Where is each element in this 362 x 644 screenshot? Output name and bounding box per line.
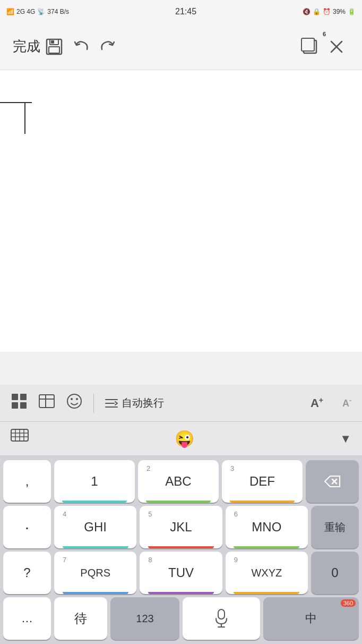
key-wxyz[interactable]: 9 WXYZ xyxy=(226,552,308,594)
toolbar-divider xyxy=(93,394,94,413)
key-mno-label: MNO xyxy=(252,520,281,535)
emoji-face-icon[interactable] xyxy=(66,393,83,413)
keys-row-1: , 1 2 ABC 3 DEF xyxy=(3,460,359,503)
auto-wrap-label: 自动换行 xyxy=(122,396,164,410)
key-tou[interactable]: 待 xyxy=(54,597,107,640)
status-right: 🔇 🔒 ⏰ 39% 🔋 xyxy=(303,8,356,15)
key-dot-label: · xyxy=(25,518,29,536)
key-1[interactable]: 1 xyxy=(54,460,135,503)
key-mno-num: 6 xyxy=(234,510,238,518)
key-wxyz-label: WXYZ xyxy=(251,567,282,579)
keyboard-toolbar: 自动换行 A+ A- xyxy=(0,385,362,422)
keys-row-2: · 4 GHI 5 JKL 6 MNO 重输 xyxy=(3,506,359,548)
svg-rect-9 xyxy=(20,394,27,400)
key-def[interactable]: 3 DEF xyxy=(222,460,303,503)
key-ellipsis-label: … xyxy=(21,612,33,625)
done-button[interactable]: 完成 xyxy=(13,37,40,56)
svg-rect-3 xyxy=(51,40,54,44)
key-abc-num: 2 xyxy=(146,464,150,472)
svg-point-17 xyxy=(76,398,78,400)
key-1-label: 1 xyxy=(91,474,98,489)
signal-icon: 📶 xyxy=(6,8,14,15)
key-pqrs-num: 7 xyxy=(63,556,66,564)
svg-rect-5 xyxy=(301,38,314,51)
svg-rect-12 xyxy=(39,395,54,408)
cursor-vertical xyxy=(24,102,25,134)
key-ghi-num: 4 xyxy=(63,510,66,518)
key-delete[interactable] xyxy=(306,460,359,503)
key-abc-bar xyxy=(146,501,211,503)
key-wxyz-num: 9 xyxy=(234,556,238,564)
svg-rect-10 xyxy=(12,402,18,409)
svg-rect-11 xyxy=(20,402,27,409)
layer-count: 6 xyxy=(323,31,326,37)
key-comma[interactable]: , xyxy=(3,460,51,503)
key-comma-label: , xyxy=(25,474,29,489)
table-icon[interactable] xyxy=(38,393,55,413)
key-123-label: 123 xyxy=(136,613,153,625)
key-pqrs-label: PQRS xyxy=(80,567,110,579)
emoji-button[interactable]: 😜 xyxy=(175,429,194,448)
key-question[interactable]: ? xyxy=(3,552,51,594)
keys-grid: , 1 2 ABC 3 DEF xyxy=(0,456,362,644)
collapse-keyboard-button[interactable]: ▼ xyxy=(340,432,351,446)
key-pqrs[interactable]: 7 PQRS xyxy=(54,552,136,594)
svg-point-16 xyxy=(71,398,73,400)
font-increase-button[interactable]: A+ xyxy=(311,396,323,410)
keys-row-3: ? 7 PQRS 8 TUV 9 WXYZ 0 xyxy=(3,552,359,594)
wifi-icon: 📡 xyxy=(37,8,45,15)
key-jkl-bar xyxy=(148,546,214,548)
key-0-label: 0 xyxy=(331,565,338,580)
key-reset[interactable]: 重输 xyxy=(311,506,359,548)
key-chinese-label: 中 xyxy=(305,611,317,626)
key-reset-label: 重输 xyxy=(324,520,346,535)
auto-wrap-button[interactable]: 自动换行 xyxy=(105,396,164,410)
key-tuv[interactable]: 8 TUV xyxy=(140,552,222,594)
key-dot[interactable]: · xyxy=(3,506,51,548)
font-decrease-button[interactable]: A- xyxy=(342,397,351,409)
redo-button[interactable] xyxy=(94,33,121,60)
key-def-bar xyxy=(230,501,295,503)
key-ghi[interactable]: 4 GHI xyxy=(54,506,136,548)
key-ellipsis[interactable]: … xyxy=(3,597,51,640)
svg-rect-29 xyxy=(218,609,225,619)
key-tou-label: 待 xyxy=(74,610,87,627)
key-jkl[interactable]: 5 JKL xyxy=(140,506,222,548)
key-def-num: 3 xyxy=(230,464,234,472)
key-question-label: ? xyxy=(23,565,30,580)
keyboard-switch-icon[interactable] xyxy=(11,429,29,448)
editor-toolbar: 完成 6 xyxy=(0,23,362,70)
keyboard-container: 自动换行 A+ A- 😜 ▼ , xyxy=(0,385,362,644)
clock-icon: ⏰ xyxy=(323,8,331,15)
keyboard-secondary-toolbar: 😜 ▼ xyxy=(0,422,362,456)
grid-icon[interactable] xyxy=(11,393,28,413)
cursor-horizontal xyxy=(0,102,32,103)
key-mic[interactable] xyxy=(183,597,260,640)
key-mno-bar xyxy=(234,546,299,548)
editor-area[interactable] xyxy=(0,70,362,352)
status-signal: 📶 2G 4G 📡 374 B/s xyxy=(6,8,69,15)
key-jkl-label: JKL xyxy=(170,520,192,535)
key-0[interactable]: 0 xyxy=(311,552,359,594)
key-abc[interactable]: 2 ABC xyxy=(138,460,219,503)
status-bar: 📶 2G 4G 📡 374 B/s 21:45 🔇 🔒 ⏰ 39% 🔋 xyxy=(0,0,362,23)
layers-button[interactable]: 6 xyxy=(296,33,324,61)
signal-text: 2G 4G xyxy=(16,8,35,15)
key-abc-label: ABC xyxy=(165,474,191,489)
mute-icon: 🔇 xyxy=(303,8,311,15)
key-mno[interactable]: 6 MNO xyxy=(226,506,308,548)
key-123[interactable]: 123 xyxy=(110,597,179,640)
key-1-bar xyxy=(62,501,127,503)
keys-row-4: … 待 123 中 360 xyxy=(3,597,359,640)
close-button[interactable] xyxy=(324,34,349,60)
battery-text: 39% xyxy=(333,8,346,15)
svg-rect-8 xyxy=(12,394,18,400)
network-speed: 374 B/s xyxy=(47,8,69,15)
svg-rect-2 xyxy=(49,47,59,53)
key-chinese[interactable]: 中 360 xyxy=(263,597,359,640)
save-button[interactable] xyxy=(40,33,68,61)
status-time: 21:45 xyxy=(175,7,196,16)
key-ghi-label: GHI xyxy=(84,520,107,535)
undo-button[interactable] xyxy=(68,33,94,60)
key-ghi-bar xyxy=(63,546,128,548)
